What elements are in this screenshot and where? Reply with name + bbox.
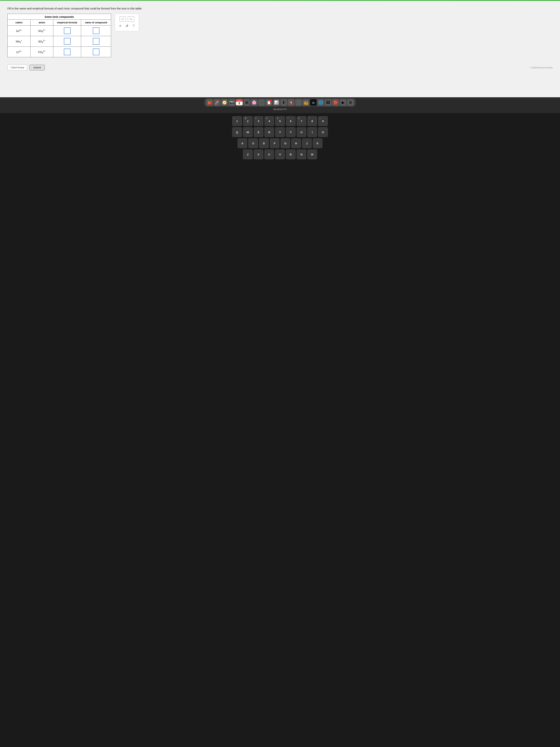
key-a[interactable]: A — [238, 138, 247, 148]
key-n[interactable]: N — [297, 150, 306, 159]
dock-item-display[interactable]: 🖥 — [347, 99, 354, 106]
formula-box-3[interactable] — [53, 47, 81, 57]
dock-item-facetime[interactable]: 🌐 — [317, 99, 324, 106]
key-u[interactable]: U — [297, 127, 306, 137]
key-4-main: 4 — [268, 120, 270, 123]
dock-item-download[interactable]: ⬇ — [281, 99, 287, 106]
key-5[interactable]: % 5 — [275, 116, 285, 126]
cation-cr-label: Cr3+ — [16, 50, 22, 54]
name-input-3[interactable] — [93, 49, 100, 55]
key-v[interactable]: V — [275, 150, 285, 159]
key-1[interactable]: ! 1 — [232, 116, 242, 126]
key-h[interactable]: H — [291, 138, 301, 148]
submit-button[interactable]: Submit — [29, 65, 45, 70]
key-6[interactable]: ^ 6 — [286, 116, 296, 126]
dock-item-photos2[interactable]: 🖼 — [325, 99, 331, 106]
key-e-label: E — [258, 131, 260, 134]
dock-item-chrome[interactable]: 🔴 — [332, 99, 339, 106]
key-t[interactable]: T — [275, 127, 285, 137]
notification-badge: 3 — [270, 99, 272, 102]
dock-item-finder[interactable]: 🍎 — [206, 99, 213, 106]
dock-item-flower[interactable]: 🌸 — [251, 99, 258, 106]
dont-know-button[interactable]: I Don't Know — [7, 65, 27, 70]
key-m-label: M — [311, 153, 314, 156]
key-e[interactable]: E — [254, 127, 263, 137]
key-y-label: Y — [290, 131, 292, 134]
key-h-label: H — [295, 142, 297, 145]
dock-item-play[interactable]: ▶ — [340, 99, 346, 106]
dock-item-podcast[interactable]: 📻 — [302, 99, 309, 106]
key-k[interactable]: K — [313, 138, 322, 148]
undo-button[interactable]: ↺ — [125, 24, 129, 28]
dock-item-safari[interactable]: 🧭 — [221, 99, 228, 106]
key-2[interactable]: @ 2 — [243, 116, 252, 126]
anion-so4-1-label: SO42− — [38, 29, 46, 33]
key-2-main: 2 — [247, 120, 248, 123]
table-and-controls: Some ionic compounds cation anion empiri… — [7, 14, 553, 57]
key-j[interactable]: J — [302, 138, 312, 148]
name-input-2[interactable] — [93, 38, 100, 45]
anion-so4-2: SO42− — [30, 36, 53, 47]
key-i[interactable]: I — [308, 127, 317, 137]
dock-item-mute[interactable]: 🔇 — [288, 99, 294, 106]
help-button[interactable]: ? — [132, 24, 136, 28]
key-f[interactable]: F — [270, 138, 279, 148]
key-3[interactable]: # 3 — [254, 116, 263, 126]
key-8-main: 8 — [312, 120, 313, 123]
key-4[interactable]: $ 4 — [264, 116, 274, 126]
dock-bar: 🍎 🚀 🧭 📷 JUL 9 ⊞ 🌸 ··· 📋 3 📊 ⬇ 🔇 🎵 📻 📺 🌐 … — [205, 98, 355, 106]
formula-box-1[interactable] — [53, 26, 81, 36]
name-input-1[interactable] — [93, 27, 100, 34]
key-7[interactable]: & 7 — [297, 116, 306, 126]
dock-item-clipboard[interactable]: 📋 3 — [266, 99, 272, 106]
key-3-top: # — [256, 117, 257, 119]
dock-item-calendar[interactable]: JUL 9 — [236, 99, 243, 106]
key-w[interactable]: W — [243, 127, 252, 137]
dock-item-charts[interactable]: 📊 — [273, 99, 279, 106]
key-r[interactable]: R — [264, 127, 274, 137]
superscript-icon-box[interactable]: □□ — [119, 17, 126, 22]
name-box-2[interactable] — [81, 36, 111, 47]
key-q[interactable]: Q — [232, 127, 242, 137]
key-x[interactable]: X — [254, 150, 263, 159]
key-9-top: ( — [320, 117, 320, 119]
dock-item-launchpad[interactable]: 🚀 — [214, 99, 220, 106]
key-b[interactable]: B — [286, 150, 296, 159]
key-8[interactable]: * 8 — [308, 116, 317, 126]
bottom-bar: I Don't Know Submit © 2020 McGraw-Hill E… — [7, 63, 553, 70]
dock-item-grid[interactable]: ⊞ — [243, 99, 250, 106]
control-top-row: □□ □□ — [119, 17, 134, 22]
key-4-top: $ — [266, 117, 267, 119]
key-g[interactable]: G — [281, 138, 290, 148]
key-9-main: 9 — [322, 120, 324, 123]
bottom-left: I Don't Know Submit — [7, 65, 45, 70]
formula-input-1[interactable] — [64, 27, 71, 34]
clear-button[interactable]: × — [118, 24, 123, 28]
formula-box-2[interactable] — [53, 36, 81, 47]
dock-item-more[interactable]: ··· — [258, 99, 265, 106]
key-a-label: A — [241, 142, 243, 145]
key-row-qwerty: Q W E R T Y U I O — [232, 127, 328, 137]
dock-item-music[interactable]: 🎵 — [295, 99, 302, 106]
name-box-3[interactable] — [81, 47, 111, 57]
key-s[interactable]: S — [248, 138, 258, 148]
key-3-main: 3 — [258, 120, 259, 123]
key-c[interactable]: C — [264, 150, 274, 159]
key-1-main: 1 — [236, 120, 238, 123]
cation-nh4: NH4+ — [7, 36, 31, 47]
table-row: Fe2+ SO42− — [7, 26, 111, 36]
key-m[interactable]: M — [308, 150, 317, 159]
formula-input-3[interactable] — [64, 49, 71, 55]
key-o[interactable]: O — [318, 127, 328, 137]
key-c-label: C — [268, 153, 270, 156]
key-z[interactable]: Z — [243, 150, 252, 159]
dock-item-appletv[interactable]: 📺 — [310, 99, 317, 106]
formula-input-2[interactable] — [64, 38, 71, 45]
dock-item-photos[interactable]: 📷 — [229, 99, 235, 106]
name-box-1[interactable] — [81, 26, 111, 36]
subscript-icon-box[interactable]: □□ — [128, 17, 134, 22]
subscript-icon: □□ — [130, 18, 132, 20]
key-d[interactable]: D — [259, 138, 269, 148]
key-9[interactable]: ( 9 — [318, 116, 328, 126]
key-y[interactable]: Y — [286, 127, 296, 137]
